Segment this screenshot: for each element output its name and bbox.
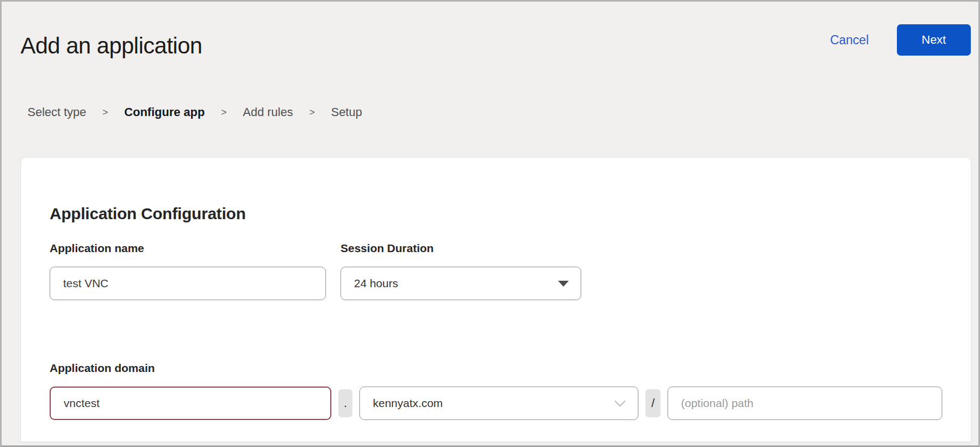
slash-separator: / xyxy=(645,389,661,417)
header-actions: Cancel Next xyxy=(827,24,971,56)
session-duration-field: Session Duration 24 hours xyxy=(341,242,581,300)
application-domain-label: Application domain xyxy=(50,362,942,375)
application-name-label: Application name xyxy=(50,242,326,255)
application-name-field: Application name xyxy=(50,242,326,300)
chevron-down-icon xyxy=(614,400,626,407)
next-button[interactable]: Next xyxy=(897,24,971,56)
application-name-input[interactable] xyxy=(50,267,326,300)
breadcrumb-separator: > xyxy=(309,106,315,118)
subdomain-input[interactable] xyxy=(50,387,331,420)
breadcrumb-separator: > xyxy=(103,106,108,118)
dot-separator: . xyxy=(338,389,352,417)
session-duration-value: 24 hours xyxy=(354,277,398,290)
breadcrumb-step-select-type[interactable]: Select type xyxy=(28,105,86,119)
domain-select[interactable]: kennyatx.com xyxy=(359,387,638,420)
application-domain-field: Application domain . kennyatx.com / xyxy=(50,362,942,420)
session-duration-select[interactable]: 24 hours xyxy=(341,267,581,300)
breadcrumb-separator: > xyxy=(221,106,227,118)
application-domain-row: . kennyatx.com / xyxy=(50,387,942,420)
add-application-page: Add an application Cancel Next Select ty… xyxy=(0,0,980,447)
page-title: Add an application xyxy=(21,33,202,59)
domain-select-value: kennyatx.com xyxy=(373,397,443,410)
path-input[interactable] xyxy=(668,387,942,420)
breadcrumb-step-add-rules[interactable]: Add rules xyxy=(243,105,293,119)
session-duration-label: Session Duration xyxy=(341,242,581,255)
breadcrumb-step-setup[interactable]: Setup xyxy=(331,105,362,119)
configuration-card: Application Configuration Application na… xyxy=(21,157,971,442)
breadcrumb-step-configure-app[interactable]: Configure app xyxy=(124,105,205,119)
cancel-button[interactable]: Cancel xyxy=(827,32,872,48)
caret-down-icon xyxy=(558,281,569,287)
section-title: Application Configuration xyxy=(50,205,246,223)
breadcrumb: Select type > Configure app > Add rules … xyxy=(28,105,362,119)
